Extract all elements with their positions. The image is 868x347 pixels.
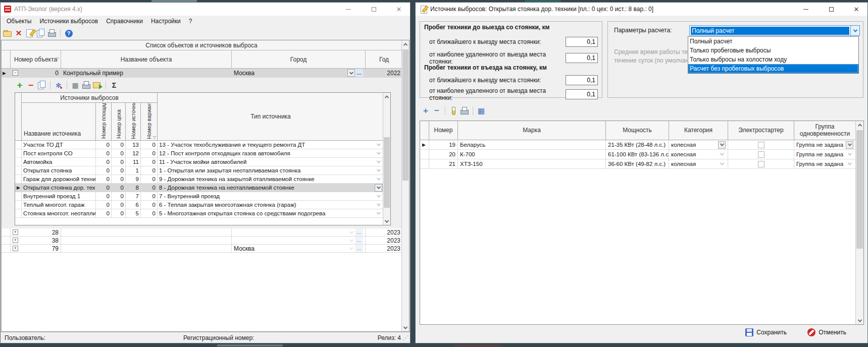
source-row[interactable]: Гараж для дорожной техники00909 - Дорожн… xyxy=(15,175,383,184)
column-header-source-type[interactable]: Тип источника xyxy=(158,93,384,140)
objects-scrollbar[interactable] xyxy=(401,40,409,331)
farthest-entry-distance-input[interactable] xyxy=(566,89,598,99)
scroll-up-icon[interactable] xyxy=(402,40,409,48)
maximize-button[interactable] xyxy=(820,3,842,16)
source-row[interactable]: Стоянка многоэт. неотаплив. 200505 - Мно… xyxy=(15,209,383,218)
column-header-number[interactable]: Номер xyxy=(429,121,458,140)
scroll-down-icon[interactable] xyxy=(383,217,390,225)
cancel-button[interactable]: Отменить xyxy=(807,328,846,336)
scrollbar-thumb[interactable] xyxy=(384,137,390,208)
source-row[interactable]: Открытая стоянка00101 - Открытая или зак… xyxy=(15,166,383,175)
menu-item[interactable]: Объекты xyxy=(3,17,36,26)
scroll-down-icon[interactable] xyxy=(856,317,863,324)
add-source-icon[interactable]: + xyxy=(15,80,25,90)
minimize-button[interactable] xyxy=(337,3,360,16)
open-icon[interactable] xyxy=(3,28,13,38)
object-year-cell[interactable]: 2023 xyxy=(366,237,402,244)
vehicle-category-cell[interactable]: колесная xyxy=(669,140,728,149)
column-header-object-name[interactable]: Название объекта xyxy=(61,50,232,68)
starter-checkbox[interactable] xyxy=(758,161,764,167)
source-dialog-titlebar[interactable]: Источник выбросов: Открытая стоянка дор.… xyxy=(416,3,867,16)
source-row[interactable]: ▶Открытая стоянка дор. техники00808 - До… xyxy=(15,184,383,192)
sum-icon[interactable]: Σ xyxy=(109,80,119,90)
vehicle-category-cell[interactable]: колесная xyxy=(669,150,728,159)
group-dropdown-icon[interactable] xyxy=(846,160,853,168)
type-dropdown-icon[interactable] xyxy=(375,210,382,217)
source-row[interactable]: Теплый многоэт. гараж00606 - Теплая закр… xyxy=(15,201,383,209)
scroll-down-icon[interactable] xyxy=(402,324,409,331)
dropdown-option[interactable]: Полный расчет xyxy=(688,37,858,46)
object-row[interactable]: +28…2023 xyxy=(2,228,401,237)
menu-item[interactable]: Настройки xyxy=(147,17,185,26)
city-dropdown-icon[interactable] xyxy=(347,245,355,252)
vehicle-group-cell[interactable]: Группа не задана xyxy=(794,140,855,149)
sources-scrollbar[interactable] xyxy=(383,93,390,225)
expand-icon[interactable]: + xyxy=(13,229,18,235)
category-dropdown-icon[interactable] xyxy=(718,141,726,149)
column-header-power[interactable]: Мощность xyxy=(606,121,669,140)
city-dropdown-icon[interactable] xyxy=(347,69,355,77)
calc-params-combobox[interactable]: Полный расчет xyxy=(689,25,860,36)
vehicle-row[interactable]: 21ХТЗ-15036-60 КВт (49-82 л.с.)колеснаяГ… xyxy=(420,159,855,169)
type-dropdown-icon[interactable] xyxy=(375,193,382,200)
city-ellipsis-button[interactable]: … xyxy=(355,228,363,236)
starter-checkbox[interactable] xyxy=(758,151,764,158)
nearest-entry-distance-input[interactable] xyxy=(566,75,598,85)
column-header-source-number[interactable]: Номер источника xyxy=(126,103,141,140)
object-row[interactable]: +79Москва…2023 xyxy=(2,245,401,253)
vehicle-group-cell[interactable]: Группа не задана xyxy=(794,159,855,168)
object-city-cell[interactable]: … xyxy=(232,228,366,236)
column-header-group[interactable]: Группа одновременности xyxy=(794,121,855,140)
object-name-cell[interactable]: Контрольный пример xyxy=(61,69,232,77)
add-vehicle-icon[interactable]: + xyxy=(421,106,431,116)
scroll-up-icon[interactable] xyxy=(856,121,863,129)
remove-source-icon[interactable]: − xyxy=(26,80,36,90)
group-dropdown-icon[interactable] xyxy=(846,151,853,158)
type-dropdown-icon[interactable] xyxy=(375,141,382,149)
calculator-icon[interactable]: ▦ xyxy=(70,80,80,90)
menu-item[interactable]: Источники выбросов xyxy=(36,17,103,26)
column-header-year[interactable]: Год xyxy=(366,50,402,68)
object-city-cell[interactable]: Москва… xyxy=(232,69,366,77)
object-name-cell[interactable] xyxy=(61,237,232,244)
source-row[interactable]: Внутренний проезд 100707 - Внутренний пр… xyxy=(15,192,383,201)
column-header-variant-number[interactable]: Номер варианта▽ xyxy=(141,103,158,140)
print-icon[interactable] xyxy=(47,28,57,38)
scrollbar-thumb[interactable] xyxy=(856,130,863,249)
nearest-exit-distance-input[interactable] xyxy=(566,37,598,47)
object-name-cell[interactable] xyxy=(61,228,232,236)
expand-icon[interactable]: + xyxy=(13,246,18,251)
type-dropdown-icon[interactable] xyxy=(375,150,382,157)
column-header-source-name[interactable]: Название источника xyxy=(22,103,96,140)
city-dropdown-icon[interactable] xyxy=(347,237,355,244)
vehicles-scrollbar[interactable] xyxy=(855,121,863,324)
city-dropdown-icon[interactable] xyxy=(347,228,355,236)
expand-icon[interactable]: + xyxy=(13,238,18,243)
type-dropdown-icon[interactable] xyxy=(375,201,382,209)
copy-icon[interactable] xyxy=(36,28,46,38)
starter-checkbox[interactable] xyxy=(758,142,764,148)
vehicle-starter-cell[interactable] xyxy=(728,140,794,149)
main-window-titlebar[interactable]: АТП-Эколог (версия 4.x) ✕ xyxy=(1,3,410,16)
city-ellipsis-button[interactable]: … xyxy=(355,245,363,252)
delete-icon[interactable]: ✕ xyxy=(14,28,24,38)
maximize-button[interactable] xyxy=(363,3,385,16)
type-dropdown-icon[interactable] xyxy=(375,176,382,183)
print-sources-icon[interactable] xyxy=(81,80,91,90)
source-row[interactable]: Автомойка0011011 - Участок мойки автомоб… xyxy=(15,158,383,166)
object-year-cell[interactable]: 2023 xyxy=(366,228,402,236)
dropdown-option[interactable]: Только пробеговые выбросы xyxy=(688,46,858,55)
object-row-active[interactable]: ▶ −0 Контрольный пример Москва… 2022 xyxy=(2,69,401,78)
combobox-dropdown-icon[interactable] xyxy=(850,26,859,35)
vehicle-starter-cell[interactable] xyxy=(728,150,794,159)
remove-vehicle-icon[interactable]: − xyxy=(432,106,442,116)
type-dropdown-icon[interactable] xyxy=(375,158,382,166)
source-row[interactable]: Участок ТО ДТ0013013 - Участок техобслуж… xyxy=(15,141,383,149)
resize-grip[interactable]: ⋰ xyxy=(402,334,409,341)
column-header-site-number[interactable]: Номер площадки xyxy=(96,103,112,140)
minimize-button[interactable] xyxy=(795,3,817,16)
object-year-cell[interactable]: 2022 xyxy=(366,69,402,77)
wizard-icon[interactable]: ✻ xyxy=(54,80,64,90)
category-dropdown-icon[interactable] xyxy=(718,151,726,158)
farthest-exit-distance-input[interactable] xyxy=(566,53,598,63)
